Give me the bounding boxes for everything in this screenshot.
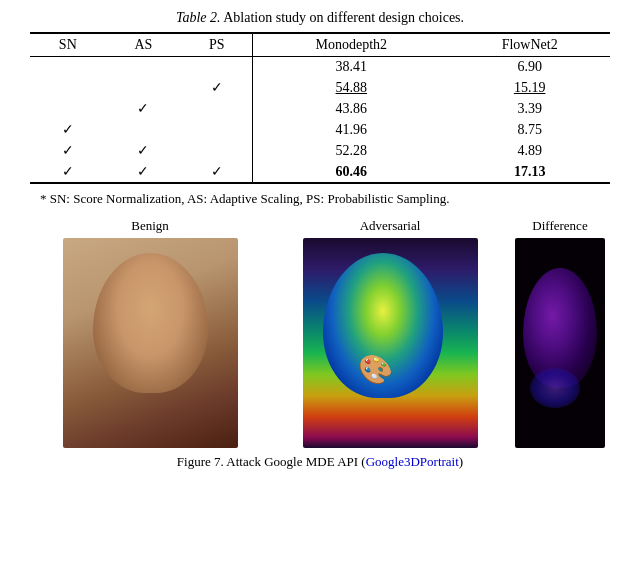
figure-caption: Figure 7. Attack Google MDE API (Google3… — [30, 454, 610, 470]
cell-as-1 — [106, 57, 182, 78]
cell-sn-1 — [30, 57, 106, 78]
table-row: ✓ 54.88 15.19 — [30, 77, 610, 98]
cell-ps-1 — [181, 57, 253, 78]
cell-flow-4: 8.75 — [449, 119, 610, 140]
difference-label: Difference — [532, 218, 587, 234]
cell-mono-4: 41.96 — [253, 119, 449, 140]
adversarial-label: Adversarial — [360, 218, 421, 234]
table-label: Table 2. — [176, 10, 221, 25]
cell-ps-6: ✓ — [181, 161, 253, 183]
col-header-sn: SN — [30, 33, 106, 57]
table-header-row: SN AS PS Monodepth2 FlowNet2 — [30, 33, 610, 57]
ablation-table: SN AS PS Monodepth2 FlowNet2 38.41 6.90 … — [30, 32, 610, 184]
table-row: ✓ 43.86 3.39 — [30, 98, 610, 119]
col-header-ps: PS — [181, 33, 253, 57]
cell-sn-3 — [30, 98, 106, 119]
benign-block: Benign — [30, 218, 270, 448]
cell-mono-2: 54.88 — [253, 77, 449, 98]
col-header-flownet2: FlowNet2 — [449, 33, 610, 57]
cell-sn-6: ✓ — [30, 161, 106, 183]
cell-sn-4: ✓ — [30, 119, 106, 140]
cell-flow-1: 6.90 — [449, 57, 610, 78]
cell-sn-5: ✓ — [30, 140, 106, 161]
cell-flow-5: 4.89 — [449, 140, 610, 161]
cell-ps-3 — [181, 98, 253, 119]
difference-block: Difference — [510, 218, 610, 448]
table-title: Ablation study on different design choic… — [221, 10, 465, 25]
cell-mono-6: 60.46 — [253, 161, 449, 183]
cell-as-4 — [106, 119, 182, 140]
cell-mono-5: 52.28 — [253, 140, 449, 161]
cell-ps-4 — [181, 119, 253, 140]
cell-mono-1: 38.41 — [253, 57, 449, 78]
col-header-as: AS — [106, 33, 182, 57]
cell-as-2 — [106, 77, 182, 98]
col-header-monodepth2: Monodepth2 — [253, 33, 449, 57]
adversarial-image — [303, 238, 478, 448]
benign-label: Benign — [131, 218, 169, 234]
cell-flow-2: 15.19 — [449, 77, 610, 98]
cell-sn-2 — [30, 77, 106, 98]
benign-image — [63, 238, 238, 448]
table-row: ✓ ✓ ✓ 60.46 17.13 — [30, 161, 610, 183]
difference-image — [515, 238, 605, 448]
cell-ps-2: ✓ — [181, 77, 253, 98]
adversarial-block: Adversarial — [270, 218, 510, 448]
table-footnote: * SN: Score Normalization, AS: Adaptive … — [30, 190, 610, 208]
cell-as-6: ✓ — [106, 161, 182, 183]
figure-caption-end: ) — [459, 454, 463, 469]
cell-flow-3: 3.39 — [449, 98, 610, 119]
table-row: ✓ 41.96 8.75 — [30, 119, 610, 140]
figure-caption-link[interactable]: Google3DPortrait — [366, 454, 459, 469]
figure-caption-text: Figure 7. Attack Google MDE API ( — [177, 454, 366, 469]
images-section: Benign Adversarial Difference — [30, 218, 610, 448]
table-caption: Table 2. Ablation study on different des… — [30, 10, 610, 26]
cell-ps-5 — [181, 140, 253, 161]
table-row: ✓ ✓ 52.28 4.89 — [30, 140, 610, 161]
cell-as-3: ✓ — [106, 98, 182, 119]
table-row: 38.41 6.90 — [30, 57, 610, 78]
page-container: Table 2. Ablation study on different des… — [0, 0, 640, 480]
cell-mono-3: 43.86 — [253, 98, 449, 119]
cell-as-5: ✓ — [106, 140, 182, 161]
cell-flow-6: 17.13 — [449, 161, 610, 183]
